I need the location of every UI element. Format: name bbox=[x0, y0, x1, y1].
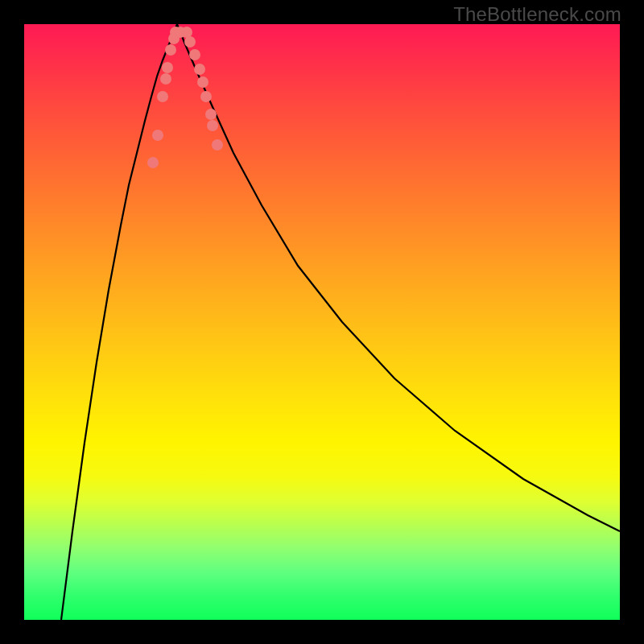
plot-area bbox=[24, 24, 620, 620]
data-dot bbox=[194, 64, 205, 75]
data-dot bbox=[165, 44, 176, 56]
data-dot bbox=[152, 130, 163, 141]
data-dot bbox=[207, 120, 218, 131]
data-dot bbox=[212, 139, 223, 151]
right-curve bbox=[177, 24, 620, 531]
chart-svg bbox=[24, 24, 620, 620]
data-dot bbox=[189, 49, 200, 60]
data-dot bbox=[147, 157, 159, 168]
data-dot bbox=[160, 73, 171, 85]
data-dot bbox=[157, 91, 168, 102]
data-dots bbox=[147, 27, 223, 168]
data-dot bbox=[162, 62, 173, 73]
data-dot bbox=[205, 109, 217, 120]
chart-frame: TheBottleneck.com bbox=[0, 0, 644, 644]
left-curve bbox=[61, 24, 177, 620]
data-dot bbox=[200, 91, 212, 102]
data-dot bbox=[181, 27, 192, 38]
attribution-text: TheBottleneck.com bbox=[453, 3, 621, 26]
data-dot bbox=[197, 76, 208, 88]
data-dot bbox=[184, 36, 196, 47]
